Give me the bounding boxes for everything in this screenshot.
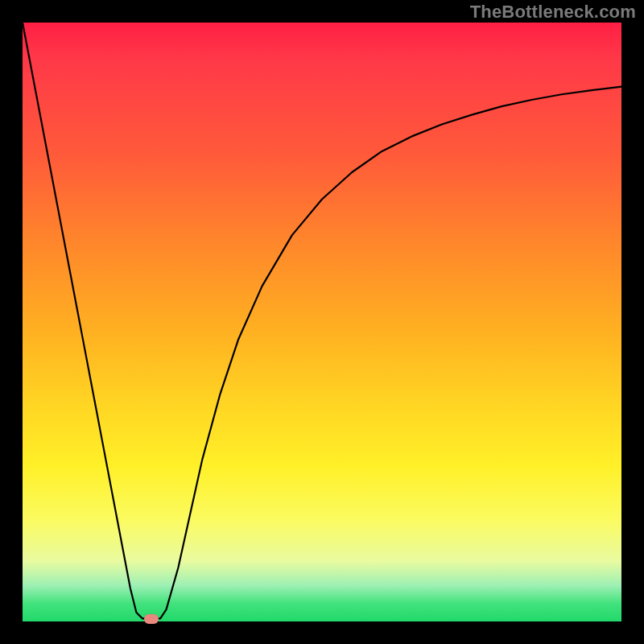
min-marker [144,614,159,624]
watermark-text: TheBottleneck.com [470,2,636,23]
chart-frame: TheBottleneck.com [0,0,644,644]
curve-path [23,23,621,618]
bottleneck-curve [23,23,621,621]
